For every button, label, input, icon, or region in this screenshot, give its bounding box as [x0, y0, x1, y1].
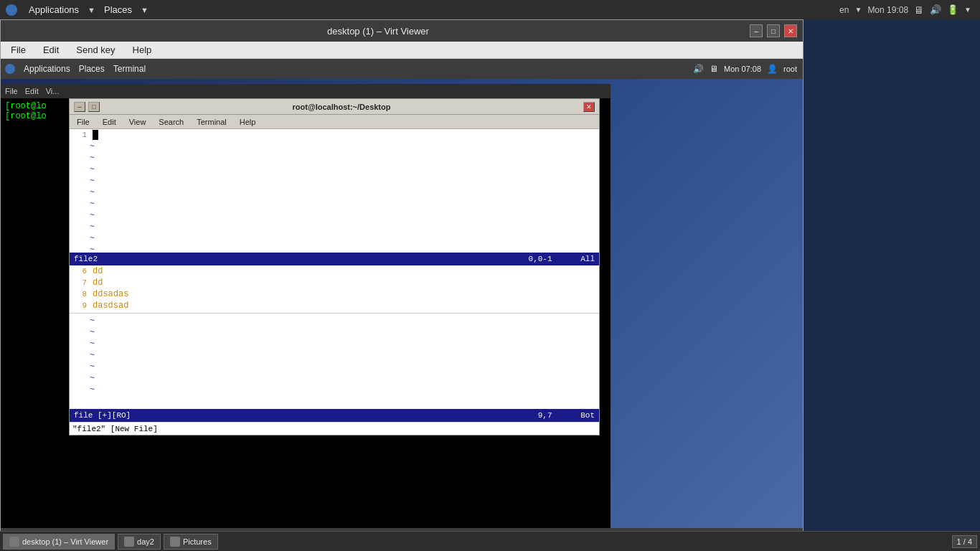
host-taskbar-item-virt[interactable]: desktop (1) – Virt Viewer: [3, 534, 115, 550]
places-menu[interactable]: Places: [98, 3, 138, 17]
vim-line-content-1[interactable]: [90, 129, 599, 141]
minimize-button[interactable]: –: [750, 24, 763, 37]
host-taskbar-item-day2[interactable]: day2: [118, 534, 161, 550]
host-battery-icon: 🔋: [947, 4, 958, 15]
host-taskbar-label-virt: desktop (1) – Virt Viewer: [22, 537, 108, 546]
vim-tilde-line-1: ~: [70, 141, 599, 152]
virt-viewer-titlebar: desktop (1) – Virt Viewer – □ ✕: [1, 20, 803, 42]
bg-edit-menu[interactable]: Edit: [25, 87, 39, 95]
vim-bottom-line-num-8: 8: [70, 288, 90, 300]
vim-help-menu[interactable]: Help: [237, 117, 259, 127]
host-pager: 1 / 4: [952, 535, 977, 548]
guest-panel-right: 🔊 🖥 Mon 07:08 👤 root: [693, 64, 803, 74]
host-taskbar: desktop (1) – Virt Viewer day2 Pictures …: [0, 531, 980, 551]
vim-bottom-line-6: 6 dd: [70, 265, 599, 277]
vim-tilde-line-10: ~: [70, 244, 599, 253]
vim-terminal-menu[interactable]: Terminal: [194, 117, 230, 127]
host-taskbar-item-pics[interactable]: Pictures: [164, 534, 218, 550]
bg-file-menu[interactable]: File: [5, 87, 18, 95]
vim-titlebar: – □ root@localhost:~/Desktop ✕: [70, 99, 599, 115]
host-taskbar-icon-virt: [9, 537, 19, 547]
guest-volume-icon: 🔊: [693, 64, 704, 74]
maximize-button[interactable]: □: [767, 24, 780, 37]
vim-bottom-tilde-1: ~: [70, 315, 599, 326]
host-taskbar-label-pics: Pictures: [183, 537, 212, 546]
guest-terminal-menu[interactable]: Terminal: [110, 62, 149, 75]
host-topbar-left: Applications ▼ Places ▼: [0, 3, 149, 17]
bg-view-menu[interactable]: Vi...: [46, 87, 60, 95]
vim-bottom-line-content-7: dd: [90, 277, 599, 288]
vim-top-statusbar-filename: file2: [74, 255, 98, 263]
vim-bottom-tilde-3: ~: [70, 338, 599, 349]
vim-minimize-button[interactable]: –: [74, 102, 85, 112]
vim-cursor: [93, 130, 98, 140]
close-button[interactable]: ✕: [784, 24, 797, 37]
vim-bottom-statusbar: file [+][RO] 9,7 Bot: [70, 409, 599, 422]
vim-bottom-tilde-4: ~: [70, 349, 599, 361]
virt-viewer-window: desktop (1) – Virt Viewer – □ ✕ File Edi…: [0, 19, 804, 550]
guest-display-icon: 🖥: [710, 64, 718, 74]
virt-viewer-menubar: File Edit Send key Help: [1, 42, 803, 59]
vim-tilde-line-6: ~: [70, 198, 599, 209]
vim-bottom-line-9: 9 dasdsad: [70, 300, 599, 311]
vv-sendkey-menu[interactable]: Send key: [72, 43, 119, 57]
host-volume-icon: 🔊: [930, 4, 941, 15]
vim-bottom-tilde-7: ~: [70, 384, 599, 395]
virt-viewer-title: desktop (1) – Virt Viewer: [6, 26, 750, 37]
titlebar-controls: – □ ✕: [750, 24, 797, 37]
vv-file-menu[interactable]: File: [6, 43, 30, 57]
vim-tilde-line-2: ~: [70, 152, 599, 164]
vim-edit-menu[interactable]: Edit: [100, 117, 119, 127]
guest-user: root: [783, 65, 797, 73]
vv-help-menu[interactable]: Help: [128, 43, 156, 57]
fedora-icon: [6, 4, 17, 16]
guest-places-menu[interactable]: Places: [76, 62, 108, 75]
host-topbar: Applications ▼ Places ▼ en ▼ Mon 19:08 🖥…: [0, 0, 980, 19]
vim-cmdline: "file2" [New File]: [70, 422, 599, 435]
guest-user-icon: 👤: [767, 64, 778, 74]
guest-apps-menu[interactable]: Applications: [21, 62, 73, 75]
vim-view-menu[interactable]: View: [126, 117, 149, 127]
host-taskbar-label-day2: day2: [137, 537, 154, 546]
vim-line-number-1: 1: [70, 129, 90, 141]
vim-bottom-tilde-2: ~: [70, 326, 599, 338]
vim-line-1: 1: [70, 129, 599, 141]
vim-tilde-line-5: ~: [70, 187, 599, 198]
vim-cmdline-text: "file2" [New File]: [72, 425, 158, 433]
vim-close-button[interactable]: ✕: [583, 102, 595, 112]
vim-content: 1 ~ ~ ~ ~ ~ ~ ~ ~ ~ ~ ~ ~: [70, 129, 599, 435]
guest-screen: Applications Places Terminal 🔊 🖥 Mon 07:…: [1, 59, 803, 550]
vim-bottom-statusbar-filename: file [+][RO]: [74, 411, 131, 420]
vim-tilde-line-9: ~: [70, 232, 599, 244]
vim-tilde-line-3: ~: [70, 164, 599, 175]
vim-bottom-tilde-5: ~: [70, 361, 599, 372]
vim-bottom-lines: 6 dd 7 dd 8 ddsadas 9 da: [70, 265, 599, 395]
vim-top-lines: 1 ~ ~ ~ ~ ~ ~ ~ ~ ~ ~ ~ ~: [70, 129, 599, 253]
vim-window: – □ root@localhost:~/Desktop ✕ File Edit…: [69, 98, 600, 435]
applications-menu[interactable]: Applications: [23, 3, 85, 17]
vim-tilde-line-7: ~: [70, 209, 599, 221]
guest-toppanel: Applications Places Terminal 🔊 🖥 Mon 07:…: [1, 59, 803, 79]
vv-edit-menu[interactable]: Edit: [39, 43, 63, 57]
vim-titlebar-controls: – □: [74, 102, 100, 112]
host-lang[interactable]: en: [839, 5, 849, 15]
vim-bottom-line-num-7: 7: [70, 277, 90, 288]
vim-bottom-line-8: 8 ddsadas: [70, 288, 599, 300]
vim-top-statusbar-pos: 0,0-1 All: [529, 255, 595, 263]
guest-panel-left: Applications Places Terminal: [1, 62, 149, 75]
host-time: Mon 19:08: [867, 5, 908, 15]
host-taskbar-icon-pics: [170, 537, 180, 547]
vim-search-menu[interactable]: Search: [156, 117, 187, 127]
guest-fedora-icon: [5, 64, 15, 74]
host-display-icon: 🖥: [914, 4, 924, 16]
vim-menubar: File Edit View Search Terminal Help: [70, 115, 599, 129]
vim-bottom-line-num-6: 6: [70, 265, 90, 277]
vim-pane-bottom: 6 dd 7 dd 8 ddsadas 9 da: [70, 265, 599, 409]
vim-maximize-button[interactable]: □: [88, 102, 100, 112]
vim-tilde-line-4: ~: [70, 175, 599, 187]
vim-bottom-line-num-9: 9: [70, 300, 90, 311]
host-taskbar-icon-day2: [124, 537, 134, 547]
host-topbar-right: en ▼ Mon 19:08 🖥 🔊 🔋 ▼: [839, 4, 980, 16]
vim-title: root@localhost:~/Desktop: [100, 103, 583, 111]
vim-file-menu[interactable]: File: [74, 117, 93, 127]
